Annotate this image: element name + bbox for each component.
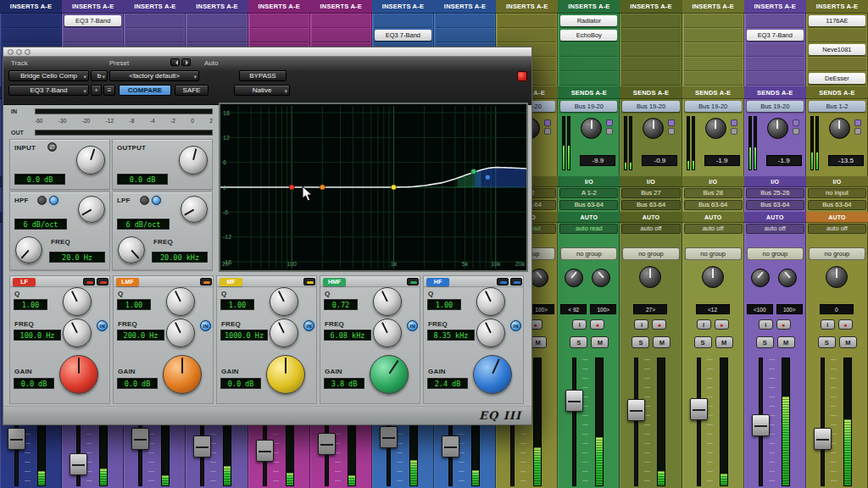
processing-format-selector[interactable]: Native xyxy=(234,85,290,96)
insert-button[interactable]: DeEsser xyxy=(809,73,865,84)
fader-handle[interactable] xyxy=(690,398,708,420)
output-selector[interactable]: Bus 63-64 xyxy=(559,200,618,210)
gain-knob[interactable] xyxy=(370,355,409,394)
bell-curve-icon[interactable] xyxy=(200,278,212,286)
bypass-button[interactable]: BYPASS xyxy=(239,70,287,81)
fader-handle[interactable] xyxy=(752,414,770,436)
insert-slot[interactable]: Neve1081 xyxy=(808,43,866,57)
group-selector[interactable]: no group xyxy=(622,247,679,260)
fader-handle[interactable] xyxy=(442,435,459,458)
band-in-button[interactable]: IN xyxy=(303,320,314,331)
solo-button[interactable]: S xyxy=(818,336,836,348)
automation-mode-button[interactable]: auto off xyxy=(684,224,743,234)
insert-slot[interactable] xyxy=(374,14,432,28)
fader-handle[interactable] xyxy=(70,453,87,475)
send-mute-button[interactable] xyxy=(854,128,861,135)
send-level-knob[interactable] xyxy=(643,118,664,139)
insert-slot[interactable] xyxy=(684,43,743,57)
insert-slot[interactable] xyxy=(2,14,60,28)
bell-curve-icon[interactable] xyxy=(510,278,522,286)
track-selector[interactable]: Bridge Cello Comp xyxy=(8,70,89,81)
lpf-freq-knob[interactable] xyxy=(118,236,145,263)
insert-slot[interactable] xyxy=(498,14,556,28)
automation-mode-button[interactable]: auto off xyxy=(621,224,680,234)
insert-slot[interactable] xyxy=(250,29,309,42)
pan-knob[interactable] xyxy=(778,269,797,287)
insert-slot[interactable] xyxy=(436,29,494,42)
phase-invert-button[interactable]: Ø xyxy=(47,142,57,152)
pan-knob[interactable] xyxy=(751,269,770,287)
automation-mode-button[interactable]: auto read xyxy=(559,224,618,234)
eq-frequency-graph[interactable]: 181260-6-12-18201001k5k10k20k xyxy=(219,103,528,272)
send-pre-button[interactable] xyxy=(854,119,861,126)
send-slot[interactable]: Bus 19-20 xyxy=(559,100,618,114)
freq-knob[interactable] xyxy=(166,319,195,347)
fader-handle[interactable] xyxy=(318,433,336,455)
automation-mode-button[interactable]: auto off xyxy=(746,224,804,234)
insert-slot[interactable] xyxy=(64,29,122,42)
band-in-button[interactable]: IN xyxy=(200,320,211,331)
hpf-slope-knob[interactable] xyxy=(78,196,105,223)
fader-track[interactable] xyxy=(697,358,701,486)
insert-button[interactable]: EchoBoy xyxy=(560,30,617,41)
safe-button[interactable]: SAFE xyxy=(175,85,209,96)
insert-slot[interactable]: 1176AE xyxy=(808,14,866,28)
input-monitor-button[interactable]: i xyxy=(697,319,711,330)
input-selector[interactable]: A 1-2 xyxy=(559,188,618,198)
freq-knob[interactable] xyxy=(373,319,402,347)
insert-slot[interactable] xyxy=(684,29,743,42)
group-selector[interactable]: no group xyxy=(560,247,617,260)
send-mute-button[interactable] xyxy=(793,128,799,135)
input-monitor-button[interactable]: i xyxy=(759,319,773,330)
send-mute-button[interactable] xyxy=(606,128,613,135)
insert-slot[interactable] xyxy=(187,14,246,28)
group-selector[interactable]: no group xyxy=(685,247,742,260)
insert-slot[interactable] xyxy=(312,14,370,28)
fader-handle[interactable] xyxy=(565,390,583,412)
lpf-slope-knob[interactable] xyxy=(181,196,208,223)
plugin-selector[interactable]: EQ3 7-Band xyxy=(8,85,89,96)
send-level-knob[interactable] xyxy=(829,118,850,139)
insert-slot[interactable] xyxy=(621,14,680,28)
send-slot[interactable]: Bus 19-20 xyxy=(684,100,743,114)
insert-slot[interactable] xyxy=(621,72,680,86)
target-window-button[interactable] xyxy=(517,71,527,81)
send-mute-button[interactable] xyxy=(668,128,675,135)
preset-next-button[interactable] xyxy=(181,58,191,66)
fader-handle[interactable] xyxy=(8,428,25,450)
record-arm-button[interactable]: ● xyxy=(590,319,604,330)
shelf-curve-icon[interactable] xyxy=(83,278,95,286)
insert-slot[interactable] xyxy=(559,58,618,71)
compare-button[interactable]: COMPARE xyxy=(119,85,171,96)
insert-slot[interactable] xyxy=(498,29,556,42)
hpf-freq-knob[interactable] xyxy=(15,236,42,263)
band-in-button[interactable]: IN xyxy=(407,320,418,331)
zoom-icon[interactable] xyxy=(25,49,31,55)
band-in-button[interactable]: IN xyxy=(510,320,521,331)
insert-slot[interactable] xyxy=(312,29,370,42)
gain-knob[interactable] xyxy=(59,355,98,394)
q-knob[interactable] xyxy=(270,287,298,316)
insert-slot[interactable] xyxy=(746,43,804,57)
insert-slot[interactable] xyxy=(621,43,680,57)
insert-slot[interactable]: Radiator xyxy=(559,14,618,28)
preset-selector[interactable]: <factory default> xyxy=(109,70,199,81)
pan-knob[interactable] xyxy=(639,266,661,288)
insert-slot[interactable] xyxy=(684,14,743,28)
freq-knob[interactable] xyxy=(476,319,505,347)
send-pre-button[interactable] xyxy=(731,119,737,126)
send-slot[interactable]: Bus 19-20 xyxy=(621,100,680,114)
send-pre-button[interactable] xyxy=(544,119,551,126)
send-mute-button[interactable] xyxy=(544,128,551,135)
save-preset-icon[interactable] xyxy=(91,85,102,96)
send-level-knob[interactable] xyxy=(767,118,788,139)
insert-slot[interactable] xyxy=(125,14,184,28)
solo-button[interactable]: S xyxy=(756,336,774,348)
fader-handle[interactable] xyxy=(256,440,274,462)
fader-handle[interactable] xyxy=(380,426,398,448)
insert-slot[interactable] xyxy=(621,29,680,42)
automation-mode-button[interactable]: auto off xyxy=(808,224,866,234)
track-alt-selector[interactable]: b xyxy=(91,70,108,81)
freq-knob[interactable] xyxy=(270,319,298,347)
freq-knob[interactable] xyxy=(63,319,92,347)
